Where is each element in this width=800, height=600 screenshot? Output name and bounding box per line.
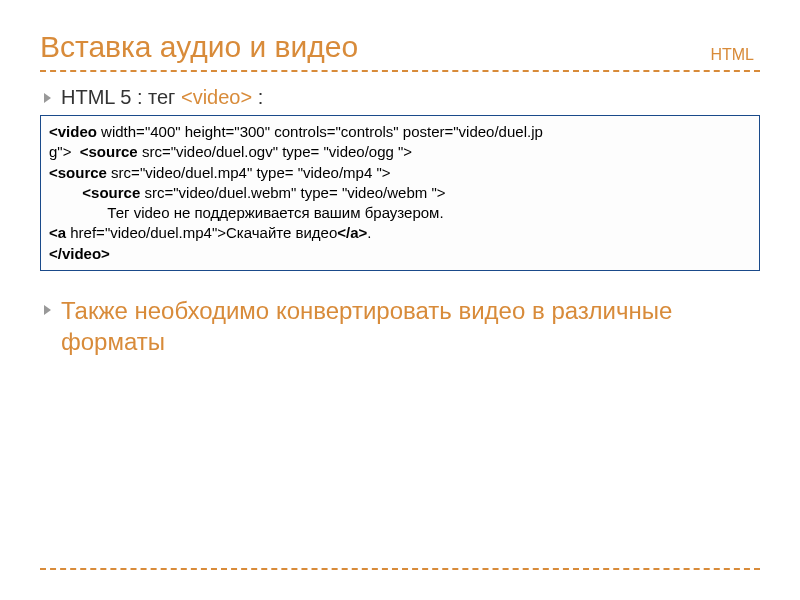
code-text: g"> [49, 143, 80, 160]
code-text: src="video/duel.ogv" type= "video/ogg "> [138, 143, 412, 160]
code-block: <video width="400" height="300" controls… [40, 115, 760, 271]
code-text: width="400" height="300" controls="contr… [97, 123, 543, 140]
bullet-text-1: HTML 5 : тег <video> : [61, 86, 263, 109]
bullet1-prefix: HTML 5 : тег [61, 86, 181, 108]
slide-title: Вставка аудио и видео [40, 30, 358, 64]
header: Вставка аудио и видео HTML [40, 30, 760, 72]
bullet-icon [44, 305, 51, 315]
bullet-text-2: Также необходимо конвертировать видео в … [61, 295, 760, 357]
code-text: . [367, 224, 371, 241]
code-kw: <video [49, 123, 97, 140]
footer-divider [40, 568, 760, 570]
code-text: src="video/duel.mp4" type= "video/mp4 "> [107, 164, 391, 181]
code-text: href="video/duel.mp4">Скачайте видео [66, 224, 337, 241]
code-kw: </video> [49, 245, 110, 262]
code-kw: </a> [337, 224, 367, 241]
bullet-item-2: Также необходимо конвертировать видео в … [40, 295, 760, 357]
code-kw: <source [80, 143, 138, 160]
code-text: src="video/duel.webm" type= "video/webm … [140, 184, 445, 201]
code-text: Тег video не поддерживается вашим браузе… [49, 204, 444, 221]
code-kw: <source [49, 164, 107, 181]
code-kw: <a [49, 224, 66, 241]
bullet-item-1: HTML 5 : тег <video> : [40, 86, 760, 109]
bullet-icon [44, 93, 51, 103]
code-kw: <source [49, 184, 140, 201]
corner-label: HTML [710, 46, 760, 64]
bullet1-tag: <video> [181, 86, 252, 108]
bullet1-suffix: : [252, 86, 263, 108]
